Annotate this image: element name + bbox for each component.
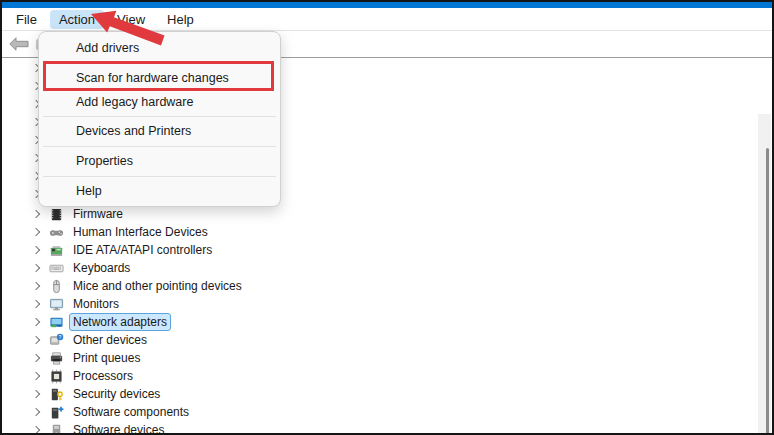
tree-label-other-devices[interactable]: Other devices — [69, 331, 151, 349]
menu-item-add-legacy-hardware[interactable]: Add legacy hardware — [44, 91, 275, 113]
menubar-item-file[interactable]: File — [7, 10, 46, 29]
menu-bar: FileActionViewHelp — [2, 8, 772, 31]
menubar-item-view[interactable]: View — [108, 10, 154, 29]
processor-icon — [49, 369, 64, 384]
chevron-right-icon[interactable] — [32, 390, 40, 398]
chevron-right-icon[interactable] — [32, 426, 40, 434]
chevron-right-icon[interactable] — [32, 336, 40, 344]
action-menu: Add driversScan for hardware changesAdd … — [38, 31, 281, 207]
chevron-right-icon[interactable] — [32, 300, 40, 308]
printer-icon — [49, 351, 64, 366]
chevron-right-icon[interactable] — [32, 408, 40, 416]
tree-label-mice-and-other-pointing-devices[interactable]: Mice and other pointing devices — [69, 277, 246, 295]
tree-label-monitors[interactable]: Monitors — [69, 295, 123, 313]
tree-label-network-adapters[interactable]: Network adapters — [69, 313, 171, 331]
mouse-icon — [49, 279, 64, 294]
menubar-item-action[interactable]: Action — [50, 10, 104, 29]
tree-label-processors[interactable]: Processors — [69, 367, 137, 385]
tree-row-software-components[interactable]: Software components — [2, 403, 246, 421]
menu-item-properties[interactable]: Properties — [44, 149, 275, 173]
scrollbar-thumb[interactable] — [766, 148, 769, 435]
tree-row-other-devices[interactable]: ?Other devices — [2, 331, 246, 349]
back-button[interactable] — [7, 34, 31, 54]
menu-item-devices-and-printers[interactable]: Devices and Printers — [44, 119, 275, 143]
network-icon — [49, 315, 64, 330]
chevron-right-icon[interactable] — [32, 282, 40, 290]
tree-label-software-devices[interactable]: Software devices — [69, 421, 168, 435]
chevron-right-icon[interactable] — [32, 318, 40, 326]
firmware-icon — [49, 207, 64, 222]
chevron-right-icon[interactable] — [32, 246, 40, 254]
tree-row-network-adapters[interactable]: Network adapters — [2, 313, 246, 331]
menu-separator — [43, 116, 276, 117]
tree-label-ide-ata-atapi-controllers[interactable]: IDE ATA/ATAPI controllers — [69, 241, 216, 259]
svg-text:?: ? — [59, 333, 62, 339]
tree-row-ide-ata-atapi-controllers[interactable]: IDE ATA/ATAPI controllers — [2, 241, 246, 259]
tree-label-keyboards[interactable]: Keyboards — [69, 259, 134, 277]
menubar-item-help[interactable]: Help — [158, 10, 203, 29]
tree-row-software-devices[interactable]: Software devices — [2, 421, 246, 435]
hid-icon — [49, 225, 64, 240]
chevron-right-icon[interactable] — [32, 264, 40, 272]
tree-row-mice-and-other-pointing-devices[interactable]: Mice and other pointing devices — [2, 277, 246, 295]
security-icon — [49, 387, 64, 402]
back-arrow-icon — [9, 37, 29, 51]
tree-row-print-queues[interactable]: Print queues — [2, 349, 246, 367]
chevron-right-icon[interactable] — [32, 372, 40, 380]
tree-row-firmware[interactable]: Firmware — [2, 205, 246, 223]
tree-label-print-queues[interactable]: Print queues — [69, 349, 144, 367]
chevron-right-icon[interactable] — [32, 210, 40, 218]
chevron-right-icon[interactable] — [32, 228, 40, 236]
device-manager-window: FileActionViewHelp FirmwareHuman Interfa… — [0, 0, 774, 435]
monitor-icon — [49, 297, 64, 312]
chevron-right-icon[interactable] — [32, 354, 40, 362]
software-device-icon — [49, 423, 64, 435]
vertical-scrollbar[interactable] — [758, 114, 771, 433]
tree-row-human-interface-devices[interactable]: Human Interface Devices — [2, 223, 246, 241]
tree-label-security-devices[interactable]: Security devices — [69, 385, 164, 403]
tree-row-monitors[interactable]: Monitors — [2, 295, 246, 313]
ide-icon — [49, 243, 64, 258]
tree-row-processors[interactable]: Processors — [2, 367, 246, 385]
tree-row-keyboards[interactable]: Keyboards — [2, 259, 246, 277]
menu-item-add-drivers[interactable]: Add drivers — [44, 36, 275, 60]
menu-separator — [43, 146, 276, 147]
tree-label-software-components[interactable]: Software components — [69, 403, 193, 421]
other-device-icon: ? — [49, 333, 64, 348]
software-component-icon — [49, 405, 64, 420]
menu-item-scan-for-hardware-changes[interactable]: Scan for hardware changes — [44, 66, 275, 91]
tree-label-human-interface-devices[interactable]: Human Interface Devices — [69, 223, 212, 241]
menu-item-help[interactable]: Help — [44, 179, 275, 203]
keyboard-icon — [49, 261, 64, 276]
tree-row-security-devices[interactable]: Security devices — [2, 385, 246, 403]
menu-separator — [43, 176, 276, 177]
tree-label-firmware[interactable]: Firmware — [69, 205, 127, 223]
